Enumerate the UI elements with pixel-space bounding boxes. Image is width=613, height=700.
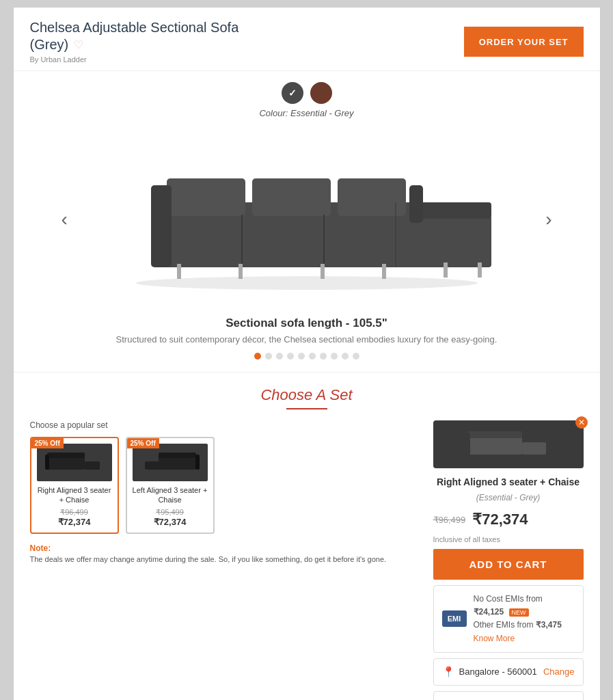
final-price: ₹72,374 (472, 511, 528, 528)
svg-rect-20 (85, 461, 100, 470)
set-final-price-2: ₹72,374 (133, 517, 208, 527)
product-title-line1: Chelsea Adjustable Sectional Sofa (30, 20, 464, 36)
set-thumb-1 (37, 444, 112, 481)
svg-rect-23 (159, 453, 196, 458)
location-icon: 📍 (442, 666, 455, 678)
order-set-button[interactable]: ORDER YOUR SET (464, 27, 584, 57)
color-section: Colour: Essential - Grey (14, 71, 600, 124)
sets-right: ✕ Right Aligned 3 seater + Chaise (Essen… (433, 420, 584, 700)
svg-rect-1 (396, 216, 491, 267)
sofa-description: Structured to suit contemporary décor, t… (116, 334, 498, 345)
location-box: 📍 Bangalore - 560001 Change (433, 658, 584, 686)
delivery-box: 🚚 Delivery Between Jan 26 - Jan 28 (433, 691, 584, 700)
sofa-image (109, 144, 505, 295)
svg-rect-24 (145, 461, 160, 470)
carousel-dots (254, 353, 359, 360)
location-left: 📍 Bangalore - 560001 (442, 666, 537, 678)
selected-sofa-thumbnail (464, 427, 553, 461)
wishlist-heart-icon[interactable]: ♡ (74, 38, 83, 51)
change-location-link[interactable]: Change (543, 667, 575, 677)
remove-item-button[interactable]: ✕ (575, 416, 588, 429)
emi-new-badge: NEW (509, 608, 529, 617)
selected-set-variant: (Essential - Grey) (433, 493, 584, 502)
carousel-dot-7[interactable] (320, 353, 327, 360)
svg-rect-27 (467, 431, 522, 438)
svg-rect-12 (177, 264, 181, 279)
emi-icon: EMI (442, 610, 467, 627)
set-sofa-thumbnail-2 (139, 449, 201, 476)
set-sofa-thumbnail-1 (44, 449, 105, 476)
add-to-cart-button[interactable]: ADD TO CART (433, 549, 584, 580)
header-left: Chelsea Adjustable Sectional Sofa (Grey)… (30, 20, 464, 64)
svg-rect-7 (151, 185, 172, 267)
set-thumb-2 (133, 444, 208, 481)
svg-rect-28 (522, 442, 546, 455)
page-container: Chelsea Adjustable Sectional Sofa (Grey)… (13, 7, 601, 700)
product-carousel: ‹ (14, 124, 600, 372)
set-card-2[interactable]: 25% Off Left Aligned 3 seater + Chaise ₹… (126, 437, 215, 534)
color-option-grey[interactable] (282, 82, 303, 104)
header: Chelsea Adjustable Sectional Sofa (Grey)… (14, 8, 600, 71)
original-price: ₹96,499 (433, 515, 466, 525)
selected-set-image: ✕ (433, 420, 584, 468)
svg-rect-15 (382, 264, 386, 279)
know-more-link[interactable]: Know More (474, 634, 515, 643)
color-options (282, 82, 332, 104)
svg-rect-16 (444, 262, 448, 278)
svg-rect-4 (167, 178, 245, 216)
carousel-prev-button[interactable]: ‹ (62, 208, 68, 230)
carousel-dot-8[interactable] (331, 353, 338, 360)
emi-text: No Cost EMIs from ₹24,125 NEW Other EMIs… (474, 593, 575, 645)
set-original-price-2: ₹95,499 (133, 508, 208, 517)
svg-point-0 (136, 276, 478, 290)
svg-rect-14 (321, 264, 325, 279)
set-original-price-1: ₹96,499 (37, 508, 112, 517)
carousel-dot-5[interactable] (298, 353, 305, 360)
carousel-next-button[interactable]: › (545, 208, 551, 230)
right-panel: ✕ Right Aligned 3 seater + Chaise (Essen… (433, 420, 584, 700)
svg-rect-8 (409, 185, 423, 223)
svg-rect-25 (195, 455, 200, 470)
svg-rect-26 (467, 435, 522, 455)
svg-rect-17 (478, 262, 482, 278)
location-text: Bangalore - 560001 (459, 667, 537, 677)
carousel-dot-1[interactable] (254, 353, 261, 360)
brand-label: By Urban Ladder (30, 55, 464, 64)
note-text: The deals we offer may change anytime du… (30, 554, 420, 565)
svg-rect-13 (239, 264, 243, 279)
note-label: Note: (30, 543, 420, 553)
choose-set-section: Choose A Set Choose a popular set 25% Of… (14, 373, 600, 700)
set-name-2: Left Aligned 3 seater + Chaise (133, 485, 208, 505)
set-final-price-1: ₹72,374 (37, 517, 112, 527)
set-cards: 25% Off Right Aligned 3 seater + Chaise … (30, 437, 420, 534)
svg-rect-29 (465, 433, 470, 455)
popular-label: Choose a popular set (30, 420, 420, 430)
color-option-brown[interactable] (310, 82, 332, 104)
svg-rect-5 (252, 178, 331, 216)
carousel-dot-3[interactable] (276, 353, 283, 360)
off-badge-1: 25% Off (31, 438, 64, 448)
sets-left: Choose a popular set 25% Off (30, 420, 420, 700)
carousel-dot-4[interactable] (287, 353, 294, 360)
price-row: ₹96,499 ₹72,374 (433, 511, 584, 528)
sofa-image-area: ‹ (55, 131, 559, 308)
choose-set-title: Choose A Set (30, 386, 584, 409)
carousel-dot-9[interactable] (342, 353, 349, 360)
carousel-dot-6[interactable] (309, 353, 316, 360)
emi-box: EMI No Cost EMIs from ₹24,125 NEW Other … (433, 585, 584, 653)
product-title-line2: (Grey) ♡ (30, 37, 464, 53)
color-label: Colour: Essential - Grey (259, 108, 353, 118)
sets-layout: Choose a popular set 25% Off (30, 420, 584, 700)
selected-set-name: Right Aligned 3 seater + Chaise (433, 476, 584, 487)
sofa-length-label: Sectional sofa length - 105.5" (226, 317, 387, 330)
off-badge-2: 25% Off (127, 438, 159, 448)
tax-note: Inclusive of all taxes (433, 535, 584, 543)
carousel-dot-2[interactable] (265, 353, 272, 360)
carousel-dot-10[interactable] (353, 353, 359, 360)
svg-rect-21 (45, 455, 49, 470)
set-name-1: Right Aligned 3 seater + Chaise (37, 485, 112, 505)
svg-rect-19 (47, 453, 85, 458)
set-card-1[interactable]: 25% Off Right Aligned 3 seater + Chaise … (30, 437, 119, 534)
